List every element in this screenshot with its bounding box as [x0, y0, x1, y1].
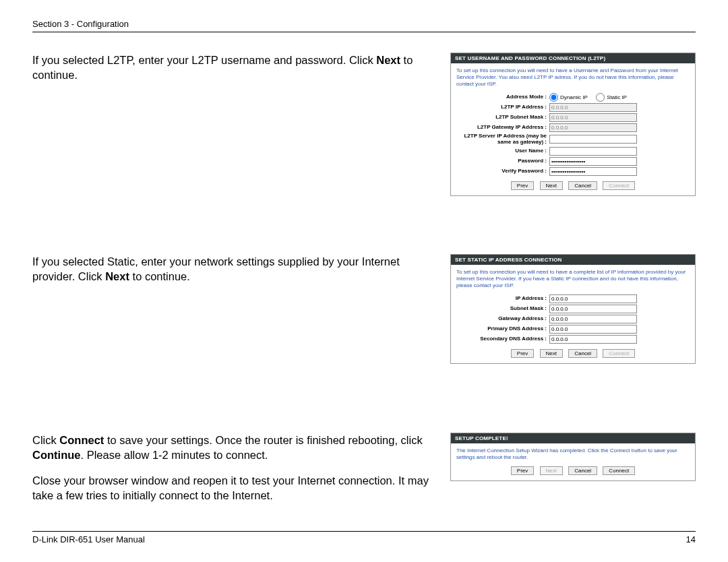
cancel-button[interactable]: Cancel: [568, 349, 597, 358]
static-instruction: If you selected Static, enter your netwo…: [32, 254, 438, 364]
cancel-button[interactable]: Cancel: [568, 181, 597, 190]
l2tp-gateway-input[interactable]: [549, 123, 637, 132]
static-dns1-input[interactable]: [549, 325, 637, 334]
static-subnet-input[interactable]: [549, 305, 637, 313]
connect-button: Connect: [603, 181, 635, 190]
page-header: Section 3 - Configuration: [32, 19, 696, 32]
l2tp-server-input[interactable]: [549, 135, 637, 144]
connect-button[interactable]: Connect: [603, 466, 635, 475]
complete-panel-title: SETUP COMPLETE!: [451, 433, 695, 443]
next-button: Next: [540, 466, 563, 475]
l2tp-instruction: If you selected L2TP, enter your L2TP us…: [32, 53, 438, 196]
radio-static-ip[interactable]: Static IP: [596, 94, 627, 100]
static-panel: SET STATIC IP ADDRESS CONNECTION To set …: [450, 254, 696, 364]
static-panel-desc: To set up this connection you will need …: [456, 269, 690, 289]
cancel-button[interactable]: Cancel: [568, 466, 597, 475]
l2tp-panel-desc: To set up this connection you will need …: [456, 67, 690, 88]
connect-button: Connect: [603, 349, 635, 358]
l2tp-username-input[interactable]: [549, 147, 637, 156]
complete-panel-desc: The Internet Connection Setup Wizard has…: [456, 447, 690, 461]
prev-button[interactable]: Prev: [511, 349, 534, 358]
static-dns2-input[interactable]: [549, 335, 637, 344]
next-button[interactable]: Next: [540, 349, 563, 358]
next-button[interactable]: Next: [540, 181, 563, 190]
l2tp-password-input[interactable]: [549, 157, 637, 166]
l2tp-ip-input[interactable]: [549, 103, 637, 112]
footer-manual-name: D-Link DIR-651 User Manual: [32, 534, 145, 544]
static-gateway-input[interactable]: [549, 315, 637, 323]
prev-button[interactable]: Prev: [511, 181, 534, 190]
footer-page-number: 14: [686, 534, 696, 544]
static-panel-title: SET STATIC IP ADDRESS CONNECTION: [451, 255, 695, 265]
complete-panel: SETUP COMPLETE! The Internet Connection …: [450, 433, 696, 481]
l2tp-panel: SET USERNAME AND PASSWORD CONNECTION (L2…: [450, 53, 696, 196]
page-footer: D-Link DIR-651 User Manual 14: [32, 531, 696, 544]
static-ip-input[interactable]: [549, 294, 637, 303]
prev-button[interactable]: Prev: [511, 466, 534, 475]
connect-instruction: Click Connect to save your settings. Onc…: [32, 433, 438, 503]
l2tp-panel-title: SET USERNAME AND PASSWORD CONNECTION (L2…: [451, 53, 695, 63]
l2tp-subnet-input[interactable]: [549, 113, 637, 122]
l2tp-verify-password-input[interactable]: [549, 167, 637, 176]
address-mode-label: Address Mode :: [456, 94, 549, 100]
radio-dynamic-ip[interactable]: Dynamic IP: [549, 94, 588, 100]
